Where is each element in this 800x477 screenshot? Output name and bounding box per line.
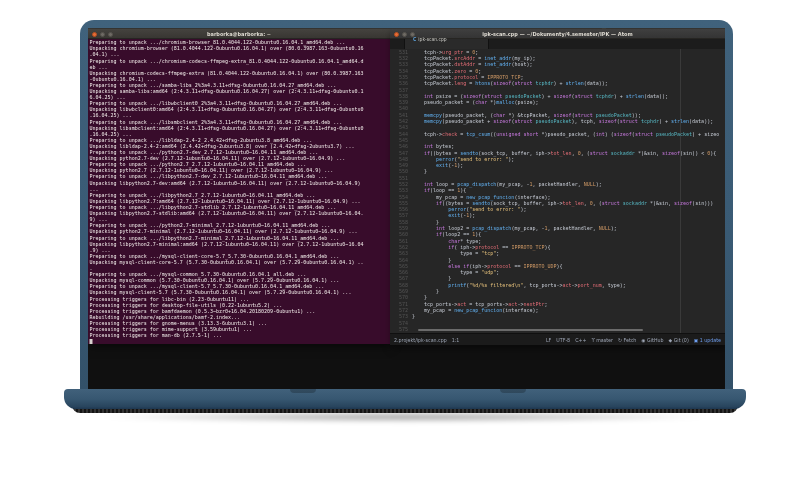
status-item-git-0-[interactable]: ◆Git (0) (668, 337, 688, 343)
terminal-lines: Preparing to unpack .../chromium-browser… (90, 40, 391, 339)
base-notch (500, 389, 526, 393)
status-item-lf[interactable]: LF (546, 337, 551, 343)
terminal-output-line: Unpacking python2.7-minimal (2.7.12-1ubu… (90, 229, 391, 235)
terminal-titlebar[interactable]: barborka@barborka: ~ (88, 29, 390, 39)
tab-ipk-scan-cpp[interactable]: C ipk-scan.cpp (404, 39, 489, 49)
status-item-1-update[interactable]: ▣1 update (694, 337, 721, 343)
status-item-label: master (596, 337, 613, 343)
git-icon: ◆ (668, 337, 672, 343)
branch-icon: ϒ (591, 337, 594, 343)
terminal-title: barborka@barborka: ~ (88, 29, 390, 38)
maximize-button[interactable] (410, 32, 415, 37)
minimize-button[interactable] (100, 32, 105, 37)
terminal-output-line: Preparing to unpack .../chromium-codecs-… (90, 58, 391, 64)
terminal-output-line: Unpacking libpython2.7-dev:amd64 (2.7.12… (90, 180, 391, 186)
code-line: 542 memcpy(pseudo_packet + sizeof(struct… (390, 118, 725, 124)
terminal-output-line: Unpacking mysql-client-core-5.7 (5.7.30-… (90, 259, 391, 265)
terminal-window-buttons (92, 32, 113, 37)
editor-tab-bar: C ipk-scan.cpp (390, 39, 725, 49)
editor-status-bar: 2.projekt/ipk-scan.cpp 1:1 LFUTF-8C++ϒma… (390, 333, 725, 345)
github-icon: ◉ (641, 337, 645, 343)
code-editor[interactable]: 531 tcph->urg_ptr = 0;532 tcpPacket.srcA… (390, 49, 725, 333)
close-button[interactable] (92, 32, 97, 37)
terminal-window: barborka@barborka: ~ Preparing to unpack… (88, 29, 390, 344)
laptop-lid: ✉ (34%) ↓↑ Pá kvě 11 16:09:29 ⚙ barbor (80, 20, 733, 389)
tab-label: ipk-scan.cpp (418, 37, 446, 42)
editor-window-buttons (394, 32, 415, 37)
code-line: 544 tcph->check = tcp_csum((unsigned sho… (390, 131, 725, 137)
status-cursor-position[interactable]: 1:1 (452, 337, 460, 343)
status-item-github[interactable]: ◉GitHub (641, 337, 663, 343)
terminal-output-line: Unpacking libldap-2.4-2:amd64 (2.4.42+df… (90, 143, 391, 149)
laptop-screen: ✉ (34%) ↓↑ Pá kvě 11 16:09:29 ⚙ barbor (88, 28, 725, 389)
maximize-button[interactable] (108, 32, 113, 37)
status-item-fetch[interactable]: ↻Fetch (618, 337, 636, 343)
terminal-output-line: Unpacking libpython2.7-stdlib:amd64 (2.7… (90, 210, 391, 216)
laptop-mockup: ✉ (34%) ↓↑ Pá kvě 11 16:09:29 ⚙ barbor (0, 0, 800, 477)
status-item-label: Git (0) (674, 337, 689, 343)
close-button[interactable] (394, 32, 399, 37)
status-item-label: C++ (575, 337, 586, 343)
status-item-master[interactable]: ϒmaster (591, 337, 613, 343)
horizontal-scrollbar[interactable] (418, 329, 643, 331)
status-item-label: 1 update (700, 337, 721, 343)
base-notch (290, 389, 316, 393)
status-item-label: LF (546, 337, 551, 343)
sync-icon: ↻ (618, 337, 622, 343)
terminal-output-line: Unpacking libpython2.7-minimal:amd64 (2.… (90, 241, 391, 247)
terminal-output-line: Unpacking chromium-browser (81.0.4044.12… (90, 46, 391, 52)
status-item-c-[interactable]: C++ (575, 337, 586, 343)
status-item-label: GitHub (647, 337, 663, 343)
update-icon: ▣ (694, 337, 698, 343)
line-number: 575 (390, 326, 412, 332)
code-lines: 531 tcph->urg_ptr = 0;532 tcpPacket.srcA… (390, 49, 725, 333)
terminal-cursor (90, 339, 93, 344)
status-file-path[interactable]: 2.projekt/ipk-scan.cpp (394, 337, 447, 343)
status-item-label: Fetch (623, 337, 636, 343)
status-item-utf-8[interactable]: UTF-8 (556, 337, 570, 343)
terminal-output-line: Unpacking libsmbclient:amd64 (2:4.3.11+d… (90, 125, 391, 131)
terminal-output-line: Unpacking samba-libs:amd64 (2:4.3.11+dfs… (90, 88, 391, 94)
status-right-items: LFUTF-8C++ϒmaster↻Fetch◉GitHub◆Git (0)▣1… (546, 337, 721, 343)
terminal-output-line: Unpacking mysql-client-5.7 (5.7.30-0ubun… (90, 290, 391, 296)
terminal-output[interactable]: Preparing to unpack .../chromium-browser… (88, 39, 390, 344)
terminal-output-line: Unpacking libwbclient0:amd64 (2:4.3.11+d… (90, 107, 391, 113)
minimize-button[interactable] (402, 32, 407, 37)
cpp-file-icon: C (413, 37, 416, 42)
laptop-base (64, 389, 746, 409)
terminal-output-line: Processing triggers for man-db (2.7.5-1)… (90, 332, 391, 338)
editor-window: ipk-scan.cpp — ~/Dokumenty/4.semester/IP… (390, 29, 725, 345)
status-item-label: UTF-8 (556, 337, 570, 343)
